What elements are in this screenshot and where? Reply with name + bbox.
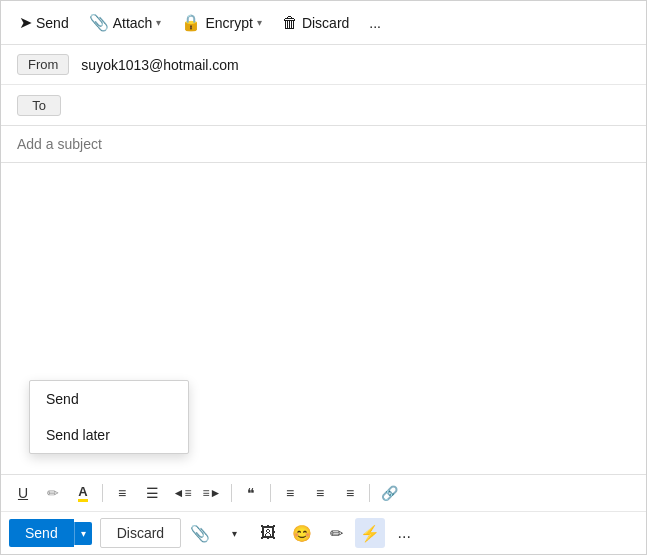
- action-toolbar: Send ▾ Discard 📎 ▾ 🖼 😊 ✏ ⚡: [1, 512, 646, 554]
- quote-icon: ❝: [247, 485, 255, 501]
- to-input[interactable]: [73, 97, 630, 113]
- emoji-icon: 😊: [292, 524, 312, 543]
- attach-icon: 📎: [89, 13, 109, 32]
- send-icon: ➤: [19, 13, 32, 32]
- ai-icon: ⚡: [360, 524, 380, 543]
- attach-action-icon: 📎: [190, 524, 210, 543]
- list-icon: ☰: [146, 485, 159, 501]
- attach-action-dropdown-button[interactable]: ▾: [219, 518, 249, 548]
- more-action-icon: ...: [398, 524, 411, 542]
- link-button[interactable]: 🔗: [375, 479, 403, 507]
- send-dropdown-button[interactable]: ▾: [74, 522, 92, 545]
- font-color-button[interactable]: A: [69, 479, 97, 507]
- align-right-icon: ≡: [316, 485, 324, 501]
- from-email: suyok1013@hotmail.com: [81, 57, 238, 73]
- separator-2: [231, 484, 232, 502]
- image-icon: 🖼: [260, 524, 276, 542]
- draw-icon: ✏: [330, 524, 343, 543]
- quote-button[interactable]: ❝: [237, 479, 265, 507]
- highlight-icon: ✏: [47, 485, 59, 501]
- more-toolbar-button[interactable]: ...: [361, 11, 389, 35]
- separator-1: [102, 484, 103, 502]
- more-action-button[interactable]: ...: [389, 518, 419, 548]
- header-fields: From suyok1013@hotmail.com To: [1, 45, 646, 126]
- discard-icon: 🗑: [282, 14, 298, 32]
- from-row: From suyok1013@hotmail.com: [1, 45, 646, 85]
- discard-label: Discard: [302, 15, 349, 31]
- attach-action-button[interactable]: 📎: [185, 518, 215, 548]
- encrypt-dropdown-arrow: ▾: [257, 17, 262, 28]
- underline-button[interactable]: U: [9, 479, 37, 507]
- discard-button[interactable]: Discard: [100, 518, 181, 548]
- image-button[interactable]: 🖼: [253, 518, 283, 548]
- subject-row: [1, 126, 646, 163]
- underline-icon: U: [18, 485, 28, 501]
- compose-window: ➤ Send 📎 Attach ▾ 🔒 Encrypt ▾ 🗑 Discard …: [0, 0, 647, 555]
- format-toolbar: U ✏ A ≡ ☰ ◄≡ ≡► ❝: [1, 475, 646, 512]
- send-dropdown-popup: Send Send later: [29, 380, 189, 454]
- from-label[interactable]: From: [17, 54, 69, 75]
- encrypt-icon: 🔒: [181, 13, 201, 32]
- send-label: Send: [36, 15, 69, 31]
- indent-less-icon: ◄≡: [173, 486, 192, 500]
- top-toolbar: ➤ Send 📎 Attach ▾ 🔒 Encrypt ▾ 🗑 Discard …: [1, 1, 646, 45]
- dropdown-item-send[interactable]: Send: [30, 381, 188, 417]
- send-dropdown-arrow: ▾: [81, 528, 86, 539]
- justify-icon: ≡: [346, 485, 354, 501]
- send-btn-group: Send ▾: [9, 519, 92, 547]
- to-row: To: [1, 85, 646, 125]
- align-right-button[interactable]: ≡: [306, 479, 334, 507]
- subject-input[interactable]: [17, 136, 630, 152]
- indent-more-button[interactable]: ≡►: [198, 479, 226, 507]
- emoji-button[interactable]: 😊: [287, 518, 317, 548]
- send-button[interactable]: ➤ Send: [11, 9, 77, 36]
- separator-4: [369, 484, 370, 502]
- attach-dropdown-arrow: ▾: [156, 17, 161, 28]
- align-center-button[interactable]: ≡: [276, 479, 304, 507]
- draw-button[interactable]: ✏: [321, 518, 351, 548]
- font-color-icon: A: [78, 485, 87, 502]
- encrypt-button[interactable]: 🔒 Encrypt ▾: [173, 9, 269, 36]
- bottom-toolbar: U ✏ A ≡ ☰ ◄≡ ≡► ❝: [1, 474, 646, 554]
- align-left-icon: ≡: [118, 485, 126, 501]
- send-main-button[interactable]: Send: [9, 519, 74, 547]
- dropdown-item-send-later[interactable]: Send later: [30, 417, 188, 453]
- discard-toolbar-button[interactable]: 🗑 Discard: [274, 10, 357, 36]
- attach-action-dropdown-arrow: ▾: [232, 528, 237, 539]
- align-left-button[interactable]: ≡: [108, 479, 136, 507]
- link-icon: 🔗: [381, 485, 398, 501]
- encrypt-label: Encrypt: [205, 15, 252, 31]
- attach-label: Attach: [113, 15, 153, 31]
- justify-button[interactable]: ≡: [336, 479, 364, 507]
- ai-button[interactable]: ⚡: [355, 518, 385, 548]
- attach-button[interactable]: 📎 Attach ▾: [81, 9, 170, 36]
- highlight-button[interactable]: ✏: [39, 479, 67, 507]
- indent-more-icon: ≡►: [203, 486, 222, 500]
- indent-less-button[interactable]: ◄≡: [168, 479, 196, 507]
- separator-3: [270, 484, 271, 502]
- align-center-icon: ≡: [286, 485, 294, 501]
- more-label: ...: [369, 15, 381, 31]
- list-button[interactable]: ☰: [138, 479, 166, 507]
- to-label[interactable]: To: [17, 95, 61, 116]
